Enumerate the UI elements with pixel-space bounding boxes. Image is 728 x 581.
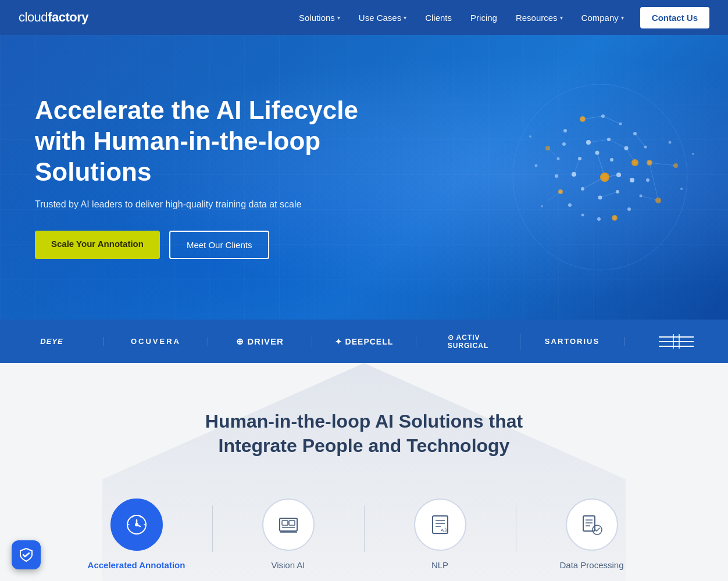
nlp-icon: A文 <box>428 512 452 537</box>
client-logo-ocuvera: OCUVERA <box>104 337 208 346</box>
svg-point-58 <box>680 188 683 190</box>
svg-line-35 <box>635 134 645 147</box>
vision-ai-icon-wrap <box>262 498 315 551</box>
nav-label: Company <box>581 13 619 23</box>
nav-label: Clients <box>425 13 452 23</box>
data-processing-icon-wrap <box>566 498 618 551</box>
nlp-icon-wrap: A文 <box>414 498 466 551</box>
hero-title: Accelerate the AI Lifecycle with Human-i… <box>35 95 407 187</box>
security-badge[interactable] <box>12 540 41 569</box>
solutions-title: Human-in-the-loop AI Solutions thatInteg… <box>23 410 705 458</box>
svg-point-30 <box>610 158 613 162</box>
client-logo-deye: deye <box>0 337 104 346</box>
client-logo-deepcell: ✦ deepcell <box>312 337 416 346</box>
nav-label: Pricing <box>470 13 497 23</box>
svg-point-13 <box>581 214 584 217</box>
svg-point-8 <box>646 178 650 182</box>
feature-vision-ai[interactable]: Vision AI <box>236 498 341 570</box>
svg-point-62 <box>541 205 543 207</box>
svg-line-37 <box>609 139 626 148</box>
svg-point-18 <box>562 142 566 146</box>
feature-divider-3 <box>516 505 516 552</box>
svg-line-56 <box>548 148 558 159</box>
svg-line-33 <box>583 116 603 119</box>
svg-line-55 <box>641 196 658 200</box>
logo-text-bold: factory <box>48 10 88 24</box>
solutions-section: Human-in-the-loop AI Solutions thatInteg… <box>0 363 728 581</box>
feature-divider-1 <box>212 505 213 552</box>
svg-point-48 <box>612 215 618 221</box>
chevron-down-icon: ▾ <box>337 15 340 21</box>
svg-point-46 <box>580 116 586 122</box>
svg-line-34 <box>603 116 620 124</box>
nav-item-pricing[interactable]: Pricing <box>462 8 505 27</box>
accelerated-annotation-icon-wrap <box>110 498 163 551</box>
svg-point-14 <box>568 203 572 207</box>
scale-annotation-button[interactable]: Scale Your Annotation <box>35 231 160 259</box>
shield-icon <box>18 547 34 563</box>
vision-ai-icon <box>276 512 301 537</box>
feature-nlp[interactable]: A文 NLP <box>388 498 493 570</box>
svg-point-12 <box>597 217 601 221</box>
svg-line-54 <box>650 163 658 200</box>
feature-data-processing[interactable]: Data Processing <box>540 498 644 570</box>
svg-line-42 <box>574 159 580 174</box>
features-row: Accelerated Annotation Vision AI <box>23 498 705 570</box>
svg-point-45 <box>600 173 609 182</box>
client-logo-activ: ⊙ ACTIVSURGICAL <box>416 333 520 350</box>
svg-rect-72 <box>282 521 288 525</box>
hero-buttons: Scale Your Annotation Meet Our Clients <box>35 231 407 259</box>
svg-point-16 <box>555 174 558 178</box>
feature-divider-2 <box>364 505 365 552</box>
nav-item-solutions[interactable]: Solutions ▾ <box>291 8 348 27</box>
svg-text:A文: A文 <box>441 528 448 533</box>
svg-line-36 <box>588 139 609 142</box>
logo-bar-inner: deye OCUVERA ⊕ Driver ✦ deepcell ⊙ ACTIV… <box>0 331 728 352</box>
chevron-down-icon: ▾ <box>404 15 406 21</box>
hero-subtitle: Trusted by AI leaders to deliver high-qu… <box>35 199 407 210</box>
svg-point-44 <box>631 159 638 166</box>
svg-line-53 <box>650 163 676 166</box>
feature-accelerated-annotation[interactable]: Accelerated Annotation <box>84 498 189 570</box>
nav-label: Use Cases <box>359 13 401 23</box>
svg-line-43 <box>600 192 618 198</box>
navbar: cloudfactory Solutions ▾ Use Cases ▾ Cli… <box>0 0 728 35</box>
vision-ai-label: Vision AI <box>271 560 305 570</box>
client-logo-driver: ⊕ Driver <box>208 336 312 347</box>
nav-label: Solutions <box>299 13 335 23</box>
chevron-down-icon: ▾ <box>621 15 624 21</box>
nav-item-clients[interactable]: Clients <box>417 8 460 27</box>
data-processing-icon <box>580 512 604 537</box>
hero-visual <box>461 61 705 293</box>
nav-links: Solutions ▾ Use Cases ▾ Clients Pricing … <box>291 7 709 28</box>
nav-item-company[interactable]: Company ▾ <box>573 8 632 27</box>
svg-point-10 <box>627 207 631 211</box>
nav-contact-label: Contact Us <box>652 13 698 23</box>
nlp-label: NLP <box>431 560 448 570</box>
svg-point-59 <box>669 141 672 144</box>
svg-point-70 <box>135 523 138 526</box>
logo[interactable]: cloudfactory <box>19 10 88 25</box>
hero-section: Accelerate the AI Lifecycle with Human-i… <box>0 35 728 320</box>
svg-line-57 <box>548 192 561 200</box>
data-processing-label: Data Processing <box>559 560 623 570</box>
svg-rect-73 <box>289 521 295 525</box>
svg-point-61 <box>535 164 538 167</box>
nav-item-resources[interactable]: Resources ▾ <box>508 8 571 27</box>
logo-text-light: cloud <box>19 10 48 24</box>
svg-point-1 <box>563 129 567 132</box>
svg-point-60 <box>692 153 694 155</box>
chevron-down-icon: ▾ <box>560 15 563 21</box>
client-logo-sartorius: SARTORIUS <box>520 337 624 346</box>
meet-clients-button[interactable]: Meet Our Clients <box>169 231 270 259</box>
nav-label: Resources <box>516 13 558 23</box>
client-logo-linevision <box>624 331 728 352</box>
hero-content: Accelerate the AI Lifecycle with Human-i… <box>35 95 407 259</box>
nav-item-usecases[interactable]: Use Cases ▾ <box>351 8 415 27</box>
nav-item-contact[interactable]: Contact Us <box>634 7 709 28</box>
linevision-logo-icon <box>656 331 697 352</box>
client-logo-bar: deye OCUVERA ⊕ Driver ✦ deepcell ⊙ ACTIV… <box>0 320 728 363</box>
ai-brain-illustration <box>461 61 705 293</box>
accelerated-annotation-label: Accelerated Annotation <box>88 560 185 570</box>
svg-point-63 <box>529 135 531 138</box>
